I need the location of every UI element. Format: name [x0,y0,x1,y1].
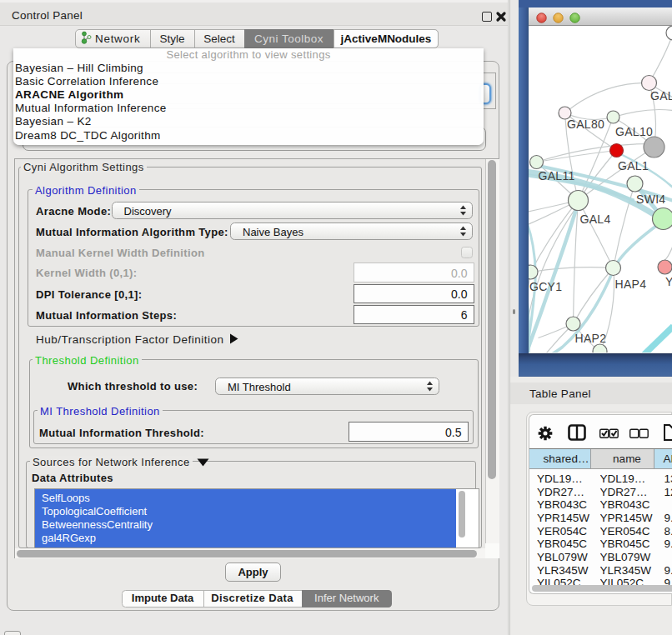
svg-text:HAP4: HAP4 [614,278,646,291]
svg-text:GAL4: GAL4 [579,212,610,225]
svg-text:HAP2: HAP2 [574,332,606,345]
svg-text:GAL80: GAL80 [567,118,604,131]
svg-text:SWI4: SWI4 [636,192,665,205]
svg-text:GCY1: GCY1 [529,279,562,292]
svg-text:Y: Y [665,274,672,288]
svg-text:GAL11: GAL11 [538,169,574,182]
svg-text:GAL1: GAL1 [618,159,649,172]
svg-text:GAL10: GAL10 [615,124,653,138]
svg-text:GAL2: GAL2 [650,89,672,102]
